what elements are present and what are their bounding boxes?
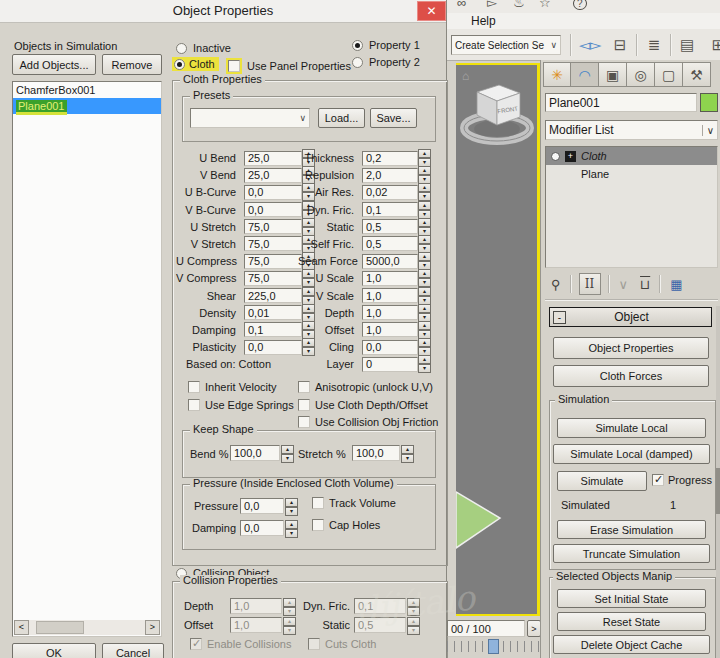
expand-plus-icon[interactable]: + — [565, 151, 576, 162]
use-cloth-depth-offset-checkbox[interactable]: Use Cloth Depth/Offset — [298, 396, 438, 414]
use-edge-springs-checkbox[interactable]: Use Edge Springs — [188, 396, 294, 414]
simulate-local-damped-button[interactable]: Simulate Local (damped) — [553, 444, 710, 464]
visibility-bulb-icon[interactable] — [551, 152, 560, 161]
load-button[interactable]: Load... — [318, 108, 365, 128]
property-value-field[interactable]: 5000,0 — [362, 254, 418, 269]
scrollbar-thumb[interactable] — [36, 621, 84, 634]
object-color-swatch[interactable] — [700, 93, 718, 112]
mirror-icon[interactable]: ◅▻ — [577, 32, 603, 58]
property-value-field[interactable]: 25,0 — [244, 151, 302, 166]
pressure-spinner[interactable]: ▴▾ — [285, 498, 298, 514]
show-end-result-icon[interactable]: II — [579, 273, 601, 295]
cap-holes-checkbox[interactable]: Cap Holes — [312, 519, 380, 531]
help-circle-icon[interactable]: ? — [573, 0, 587, 10]
create-tab[interactable]: ✳ — [543, 62, 571, 87]
presets-dropdown[interactable]: ∨ — [190, 108, 310, 128]
ok-button[interactable]: OK — [12, 643, 96, 658]
pressure-field[interactable]: 0,0 — [240, 498, 284, 514]
simulate-button[interactable]: Simulate — [557, 471, 647, 491]
motion-tab[interactable]: ◎ — [627, 62, 655, 87]
property-value-field[interactable]: 2,0 — [362, 168, 418, 183]
close-button[interactable]: ✕ — [417, 1, 446, 21]
spinner[interactable]: ▴▾ — [418, 149, 431, 167]
property-value-field[interactable]: 1,0 — [362, 271, 418, 286]
spinner[interactable]: ▴▾ — [418, 183, 431, 201]
object-properties-button[interactable]: Object Properties — [553, 337, 709, 359]
property-value-field[interactable]: 0,0 — [244, 185, 302, 200]
erase-simulation-button[interactable]: Erase Simulation — [557, 520, 706, 539]
spinner[interactable]: ▴▾ — [418, 218, 431, 236]
property-value-field[interactable]: 0 — [362, 357, 418, 372]
property-value-field[interactable]: 25,0 — [244, 168, 302, 183]
property-value-field[interactable]: 0,5 — [362, 219, 418, 234]
remove-button[interactable]: Remove — [102, 54, 162, 75]
use-collision-obj-friction-checkbox[interactable]: Use Collision Obj Friction — [298, 413, 438, 431]
cloth-forces-button[interactable]: Cloth Forces — [553, 365, 709, 387]
remove-modifier-icon[interactable]: ⊔ — [640, 277, 650, 292]
save-button[interactable]: Save... — [370, 108, 417, 128]
property-value-field[interactable]: 1,0 — [362, 305, 418, 320]
truncate-simulation-button[interactable]: Truncate Simulation — [553, 544, 710, 563]
spinner[interactable]: ▴▾ — [418, 287, 431, 305]
anisotropic-unlock-u-v--checkbox[interactable]: Anisotropic (unlock U,V) — [298, 378, 438, 396]
property-value-field[interactable]: 0,0 — [244, 202, 302, 217]
panel-scrollbar-thumb[interactable] — [716, 468, 720, 514]
use-panel-properties-checkbox[interactable]: Use Panel Properties — [226, 58, 351, 74]
object-name-field[interactable]: Plane001 — [545, 93, 697, 112]
progress-checkbox[interactable]: Progress — [652, 474, 712, 486]
utilities-tab[interactable]: ⚒ — [683, 62, 711, 87]
plane-object[interactable] — [456, 486, 504, 554]
property-value-field[interactable]: 0,2 — [362, 151, 418, 166]
curve-editor-icon[interactable]: ▤ — [674, 32, 700, 58]
property-value-field[interactable]: 0,0 — [244, 340, 302, 355]
spinner[interactable]: ▴▾ — [418, 166, 431, 184]
spinner[interactable]: ▴▾ — [418, 201, 431, 219]
property-value-field[interactable]: 75,0 — [244, 271, 302, 286]
spinner[interactable]: ▴▾ — [418, 338, 431, 356]
spinner[interactable]: ▴▾ — [418, 355, 431, 373]
display-tab[interactable]: ▢ — [655, 62, 683, 87]
property-value-field[interactable]: 0,5 — [362, 236, 418, 251]
property-value-field[interactable]: 75,0 — [244, 236, 302, 251]
track-volume-checkbox[interactable]: Track Volume — [312, 497, 396, 509]
property-value-field[interactable]: 75,0 — [244, 219, 302, 234]
modifier-stack-row[interactable]: +Cloth — [546, 147, 717, 165]
object-rollout-header[interactable]: - Object — [549, 307, 712, 327]
list-item[interactable]: Plane001 — [13, 98, 161, 114]
spinner[interactable]: ▴▾ — [418, 269, 431, 287]
inherit-velocity-checkbox[interactable]: Inherit Velocity — [188, 378, 294, 396]
modifier-list-dropdown[interactable]: Modifier List ∨ — [545, 120, 718, 140]
property-value-field[interactable]: 75,0 — [244, 254, 302, 269]
property-value-field[interactable]: 1,0 — [362, 288, 418, 303]
objects-list[interactable]: ChamferBox001Plane001 < > — [12, 81, 162, 637]
modify-tab[interactable]: ◠ — [571, 62, 599, 87]
bend-percent-spinner[interactable]: ▴▾ — [281, 445, 294, 461]
schematic-view-icon[interactable]: ⊞ — [705, 32, 720, 58]
property-value-field[interactable]: 0,0 — [362, 340, 418, 355]
select-cursor-icon[interactable]: ▻ — [487, 0, 497, 10]
horizontal-scrollbar[interactable]: < > — [14, 620, 160, 635]
bend-percent-field[interactable]: 100,0 — [230, 445, 280, 461]
teapot-icon[interactable]: ♨ — [513, 0, 525, 10]
inactive-radio[interactable]: Inactive — [176, 42, 231, 54]
pressure-damping-field[interactable]: 0,0 — [240, 520, 284, 536]
add-objects-button[interactable]: Add Objects... — [12, 54, 96, 75]
property-value-field[interactable]: 1,0 — [362, 322, 418, 337]
selection-set-combo[interactable]: Create Selection Se ∨ — [451, 35, 561, 55]
spinner[interactable]: ▴▾ — [418, 321, 431, 339]
spinner[interactable]: ▴▾ — [418, 252, 431, 270]
cloth-radio[interactable]: Cloth — [172, 57, 219, 71]
property2-radio[interactable]: Property 2 — [352, 56, 420, 68]
dialog-titlebar[interactable]: Object Properties — [0, 0, 446, 23]
scroll-right-arrow[interactable]: > — [145, 620, 160, 635]
list-item[interactable]: ChamferBox001 — [13, 82, 161, 98]
menu-help[interactable]: Help — [447, 14, 496, 28]
spinner[interactable]: ▴▾ — [418, 304, 431, 322]
property-value-field[interactable]: 0,01 — [244, 305, 302, 320]
stretch-percent-field[interactable]: 100,0 — [352, 445, 400, 461]
property-value-field[interactable]: 0,02 — [362, 185, 418, 200]
stretch-percent-spinner[interactable]: ▴▾ — [401, 445, 414, 461]
property-value-field[interactable]: 225,0 — [244, 288, 302, 303]
reset-state-button[interactable]: Reset State — [557, 612, 706, 631]
scroll-left-arrow[interactable]: < — [14, 620, 29, 635]
